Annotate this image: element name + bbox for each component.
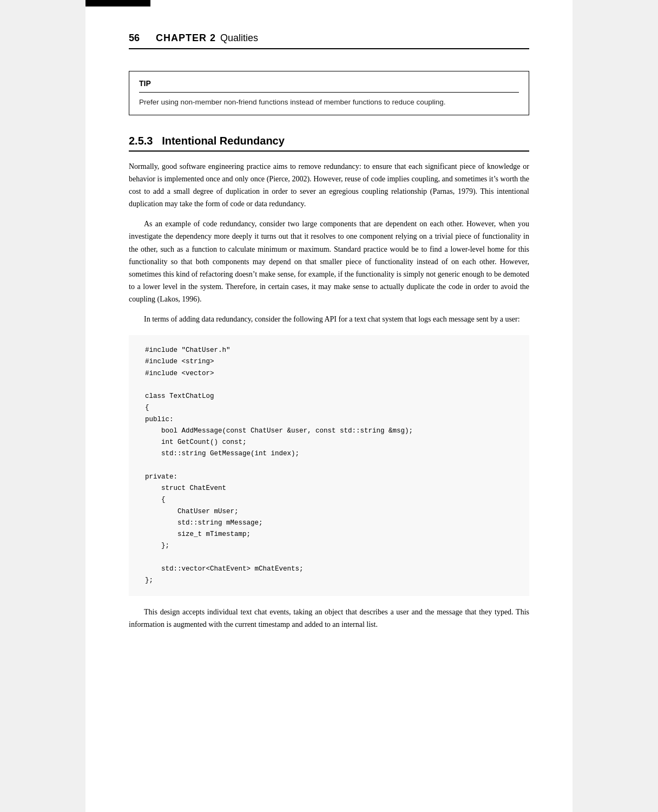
chapter-word: CHAPTER [156,32,207,43]
tip-box: TIP Prefer using non-member non-friend f… [129,71,529,115]
tip-content: Prefer using non-member non-friend funct… [139,98,519,106]
page-header: 56 CHAPTER 2 Qualities [129,32,529,49]
page: 56 CHAPTER 2 Qualities TIP Prefer using … [85,0,573,812]
paragraph-2: As an example of code redundancy, consid… [129,218,529,305]
chapter-label: CHAPTER 2 [156,32,216,44]
section-number: 2.5.3 [129,135,153,147]
section-heading: 2.5.3 Intentional Redundancy [129,135,529,152]
final-paragraph: This design accepts individual text chat… [129,606,529,631]
paragraph-3: In terms of adding data redundancy, cons… [129,313,529,325]
paragraph-1: Normally, good software engineering prac… [129,160,529,210]
page-number: 56 [129,32,140,44]
section-title: Intentional Redundancy [156,135,285,147]
chapter-title: Qualities [220,32,258,44]
code-block: #include "ChatUser.h" #include <string> … [129,335,529,596]
chapter-number: 2 [207,32,216,43]
tip-label: TIP [139,79,519,93]
top-bar-decoration [85,0,150,6]
